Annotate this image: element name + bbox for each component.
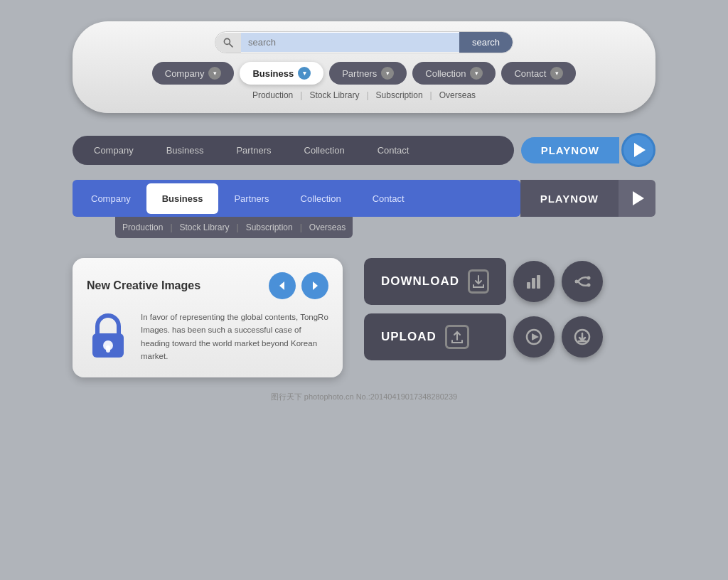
nav3-submenu: Production | Stock Library | Subscriptio… [115,217,353,238]
play-gray-icon [633,191,644,205]
svg-point-11 [587,284,591,287]
sub1-overseas[interactable]: Overseas [439,90,476,100]
download-row: DOWNLOAD [364,258,603,305]
arrow-left-icon [276,279,289,292]
svg-marker-3 [313,281,318,290]
nav1-bar: Company ▾ Business ▾ Partners ▾ Collecti… [87,62,641,85]
svg-rect-7 [527,282,530,289]
search-icon-wrap [215,33,241,53]
nav3-partners[interactable]: Partners [218,183,284,214]
nav3-company[interactable]: Company [75,183,146,214]
download-circle-icon [573,328,592,346]
nav2-contact[interactable]: Contact [362,139,425,162]
section3-blue-nav: Company Business Partners Collection Con… [73,180,655,238]
card-title: New Creative Images [87,279,200,292]
nav2-partners[interactable]: Partners [220,139,287,162]
nav2-collection[interactable]: Collection [289,139,360,162]
nav3-bar-wrap: Company Business Partners Collection Con… [73,180,655,217]
bar-chart-icon [525,272,543,291]
download-circle-button[interactable] [562,316,603,358]
contact-arrow-icon: ▾ [550,67,563,80]
lock-icon [87,312,129,362]
search-bar: search [87,31,641,53]
play-round-icon [525,328,543,346]
svg-rect-9 [537,275,540,289]
arrow-right-icon [309,279,321,292]
card-next-button[interactable] [301,272,328,299]
svg-marker-2 [279,281,284,290]
nav2-business[interactable]: Business [151,139,220,162]
partners-arrow-icon: ▾ [381,67,394,80]
svg-point-12 [575,280,579,284]
sub3-overseas[interactable]: Overseas [309,222,346,232]
svg-point-0 [224,38,230,44]
bar-chart-button[interactable] [513,261,555,302]
card-prev-button[interactable] [269,272,296,299]
nav1-item-business[interactable]: Business ▾ [240,62,323,85]
nav1-item-collection[interactable]: Collection ▾ [412,62,496,85]
share-icon [573,272,592,291]
nav3-business[interactable]: Business [146,183,219,214]
nav1-item-contact[interactable]: Contact ▾ [501,62,576,85]
card-nav-buttons [269,272,328,299]
section1-submenu: Production | Stock Library | Subscriptio… [87,90,641,100]
nav2-bar: Company Business Partners Collection Con… [73,136,514,165]
download-icon [468,269,489,294]
creative-images-card: New Creative Images [73,258,343,377]
sub3-stocklibrary[interactable]: Stock Library [180,222,230,232]
company-arrow-icon: ▾ [208,67,221,80]
card-header: New Creative Images [87,272,328,299]
search-icon [223,37,234,48]
sub1-production[interactable]: Production [252,90,293,100]
nav3-contact[interactable]: Contact [357,183,420,214]
svg-rect-6 [106,345,110,353]
sub1-stocklibrary[interactable]: Stock Library [309,90,359,100]
card-body: In favor of representing the global cont… [87,311,328,363]
upload-row: UPLOAD [364,313,603,360]
upload-button[interactable]: UPLOAD [364,313,506,360]
section2-dark-nav: Company Business Partners Collection Con… [73,133,655,167]
upload-icon [445,325,469,349]
search-wrapper: search [215,31,513,53]
card-body-text: In favor of representing the global cont… [141,311,328,363]
search-button[interactable]: search [459,32,513,53]
nav1-item-partners[interactable]: Partners ▾ [329,62,407,85]
nav2-company[interactable]: Company [78,139,149,162]
svg-line-1 [230,43,233,47]
sub3-subscription[interactable]: Subscription [246,222,293,232]
sub1-subscription[interactable]: Subscription [376,90,423,100]
collection-arrow-icon: ▾ [470,67,483,80]
section1-nav-search: search Company ▾ Business ▾ Partners ▾ C… [73,21,655,113]
nav3-bar: Company Business Partners Collection Con… [73,180,520,217]
nav3-collection[interactable]: Collection [285,183,357,214]
playnow-dark-circle[interactable] [621,133,655,167]
business-arrow-icon: ▾ [298,67,311,80]
play-button[interactable] [513,316,555,358]
playnow-dark-button[interactable]: PLAYNOW [521,137,619,163]
playnow-gray-button[interactable]: PLAYNOW [520,180,619,217]
sub3-production[interactable]: Production [122,222,163,232]
share-button[interactable] [562,261,603,302]
action-buttons-area: DOWNLOAD [364,258,603,360]
footer-watermark: 图行天下 photophoto.cn No.:20140419017348280… [271,392,457,402]
search-input[interactable] [241,33,459,52]
svg-marker-14 [532,333,539,340]
section4: New Creative Images [73,258,655,377]
play-icon [634,143,646,157]
svg-point-10 [587,276,591,280]
nav1-item-company[interactable]: Company ▾ [152,62,235,85]
playnow-gray-circle[interactable] [619,180,655,217]
svg-rect-8 [532,278,535,289]
download-button[interactable]: DOWNLOAD [364,258,506,305]
